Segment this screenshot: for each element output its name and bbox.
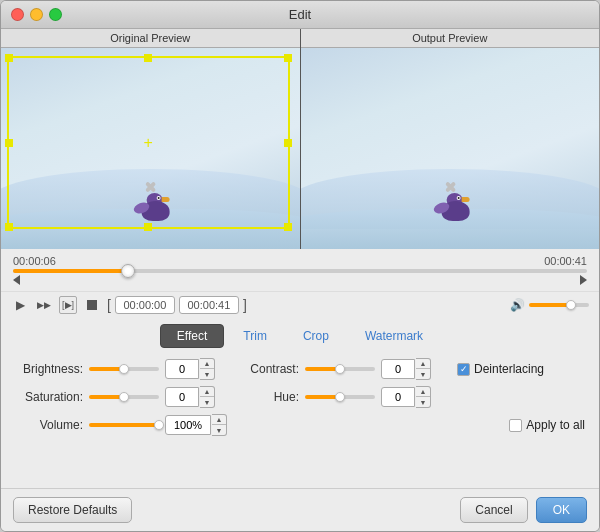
brightness-label: Brightness: — [15, 362, 83, 376]
brightness-step-up[interactable]: ▲ — [200, 359, 214, 369]
tab-effect[interactable]: Effect — [160, 324, 224, 348]
hue-stepper: ▲ ▼ — [416, 386, 431, 408]
toy-propeller — [150, 187, 152, 189]
contrast-slider-thumb[interactable] — [335, 364, 345, 374]
brightness-slider-thumb[interactable] — [119, 364, 129, 374]
play-icon: ▶ — [16, 298, 25, 312]
output-toy-propeller — [449, 187, 451, 189]
deinterlacing-area: ✓ Deinterlacing — [457, 362, 544, 376]
cancel-button[interactable]: Cancel — [460, 497, 527, 523]
brightness-stepper: ▲ ▼ — [200, 358, 215, 380]
saturation-label: Saturation: — [15, 390, 83, 404]
toy-figure — [142, 201, 170, 221]
saturation-stepper: ▲ ▼ — [200, 386, 215, 408]
saturation-slider[interactable] — [89, 395, 159, 399]
time-labels: 00:00:06 00:00:41 — [13, 255, 587, 267]
hue-step-up[interactable]: ▲ — [416, 387, 430, 397]
out-point-display[interactable]: 00:00:41 — [179, 296, 239, 314]
volume-eff-slider[interactable] — [89, 423, 159, 427]
hue-numbox: ▲ ▼ — [381, 386, 431, 408]
time-start: 00:00:06 — [13, 255, 56, 267]
saturation-step-down[interactable]: ▼ — [200, 397, 214, 407]
ok-button[interactable]: OK — [536, 497, 587, 523]
in-point-display[interactable]: 00:00:00 — [115, 296, 175, 314]
original-preview-content: + — [1, 48, 300, 249]
tab-trim[interactable]: Trim — [226, 324, 284, 348]
tab-crop[interactable]: Crop — [286, 324, 346, 348]
close-button[interactable] — [11, 8, 24, 21]
title-bar: Edit — [1, 1, 599, 29]
saturation-numbox: ▲ ▼ — [165, 386, 215, 408]
contrast-input[interactable] — [381, 359, 415, 379]
original-preview-label: Original Preview — [1, 29, 300, 48]
hue-slider-thumb[interactable] — [335, 392, 345, 402]
arrow-left-icon[interactable] — [13, 275, 20, 285]
hue-label: Hue: — [231, 390, 299, 404]
brightness-row: Brightness: ▲ ▼ Contrast: ▲ — [15, 358, 585, 380]
apply-to-all-area: Apply to all — [509, 418, 585, 432]
brightness-slider[interactable] — [89, 367, 159, 371]
timeline-slider-track[interactable] — [13, 269, 587, 273]
contrast-slider[interactable] — [305, 367, 375, 371]
timeline-slider-fill — [13, 269, 128, 273]
hue-step-down[interactable]: ▼ — [416, 397, 430, 407]
saturation-slider-thumb[interactable] — [119, 392, 129, 402]
apply-to-all-checkbox[interactable] — [509, 419, 522, 432]
arrow-right-icon[interactable] — [580, 275, 587, 285]
hue-slider[interactable] — [305, 395, 375, 399]
output-preview-label: Output Preview — [301, 29, 600, 48]
saturation-input[interactable] — [165, 387, 199, 407]
time-end: 00:00:41 — [544, 255, 587, 267]
contrast-step-down[interactable]: ▼ — [416, 369, 430, 379]
maximize-button[interactable] — [49, 8, 62, 21]
hue-input[interactable] — [381, 387, 415, 407]
toy-eye — [157, 196, 161, 200]
volume-input[interactable] — [165, 415, 211, 435]
timeline-slider-thumb[interactable] — [121, 264, 135, 278]
nav-arrows — [13, 275, 587, 289]
brightness-input[interactable] — [165, 359, 199, 379]
volume-row: Volume: ▲ ▼ Apply to all — [15, 414, 585, 436]
footer: Restore Defaults Cancel OK — [1, 488, 599, 531]
output-preview-content — [301, 48, 600, 249]
volume-eff-slider-thumb[interactable] — [154, 420, 164, 430]
output-scene — [301, 48, 600, 249]
brightness-numbox: ▲ ▼ — [165, 358, 215, 380]
volume-numbox: ▲ ▼ — [165, 414, 227, 436]
volume-step-down[interactable]: ▼ — [212, 425, 226, 435]
output-toy-eye — [456, 196, 460, 200]
volume-slider-thumb[interactable] — [566, 300, 576, 310]
settings-area: Brightness: ▲ ▼ Contrast: ▲ — [1, 352, 599, 448]
window-controls — [11, 8, 62, 21]
hue-group: Hue: ▲ ▼ — [231, 386, 431, 408]
minimize-button[interactable] — [30, 8, 43, 21]
toy-eye-pupil — [158, 197, 160, 199]
volume-slider-track[interactable] — [529, 303, 589, 307]
timeline-area: 00:00:06 00:00:41 — [1, 249, 599, 291]
edit-window: Edit Original Preview — [0, 0, 600, 532]
contrast-step-up[interactable]: ▲ — [416, 359, 430, 369]
saturation-step-up[interactable]: ▲ — [200, 387, 214, 397]
volume-stepper: ▲ ▼ — [212, 414, 227, 436]
volume-icon: 🔊 — [510, 298, 525, 312]
original-scene — [1, 48, 300, 249]
tab-watermark[interactable]: Watermark — [348, 324, 440, 348]
play-button[interactable]: ▶ — [11, 296, 29, 314]
frame-step-button[interactable]: [▶] — [59, 296, 77, 314]
contrast-group: Contrast: ▲ ▼ — [231, 358, 431, 380]
deinterlacing-checkbox[interactable]: ✓ — [457, 363, 470, 376]
contrast-numbox: ▲ ▼ — [381, 358, 431, 380]
restore-defaults-button[interactable]: Restore Defaults — [13, 497, 132, 523]
volume-step-up[interactable]: ▲ — [212, 415, 226, 425]
bracket-open: [ — [107, 297, 111, 313]
tabs-row: Effect Trim Crop Watermark — [1, 318, 599, 352]
deinterlacing-label: Deinterlacing — [474, 362, 544, 376]
fast-forward-button[interactable]: ▶▶ — [35, 296, 53, 314]
stop-button[interactable] — [83, 296, 101, 314]
volume-area: 🔊 — [510, 298, 589, 312]
original-preview-panel: Original Preview — [1, 29, 300, 249]
brightness-step-down[interactable]: ▼ — [200, 369, 214, 379]
toy-beak — [162, 197, 170, 202]
contrast-stepper: ▲ ▼ — [416, 358, 431, 380]
toy-body — [142, 201, 170, 221]
